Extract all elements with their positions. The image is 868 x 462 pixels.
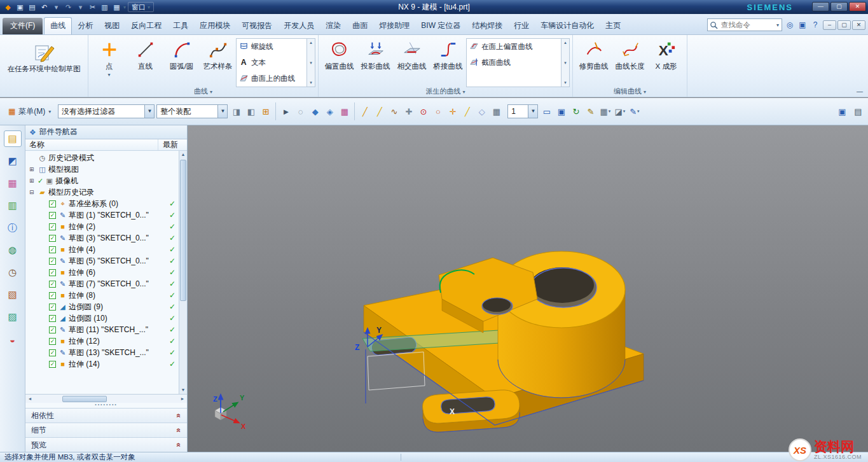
copy-icon[interactable]: ▥ <box>99 2 110 13</box>
hd3d-tools-icon[interactable]: ⓘ <box>4 220 22 236</box>
tree-row-1[interactable]: ⊞◫模型视图 <box>25 164 187 175</box>
combo-arrow-icon[interactable]: ▼ <box>217 105 227 118</box>
result-toggle-icon[interactable]: ◧ <box>244 105 258 118</box>
gallery-arrow-icon[interactable]: ▾ <box>310 60 312 66</box>
ribbon-section-curve-item[interactable]: 截面曲线 <box>467 55 561 71</box>
create-point-icon[interactable]: ⊞ <box>259 105 272 118</box>
selection-scope-combo[interactable]: 整个装配 ▼ <box>156 104 228 118</box>
undo-icon[interactable]: ↶ <box>39 2 50 13</box>
group-label-curve[interactable]: 曲线▾ <box>88 87 318 96</box>
tree-expand-icon[interactable]: ⊞ <box>29 178 38 184</box>
snap-quadrant-icon[interactable]: ○ <box>431 105 444 118</box>
chevron-down-icon[interactable]: ▾ <box>107 72 110 78</box>
window-stack-icon[interactable]: ▣ <box>836 105 849 118</box>
snap-facet-icon[interactable]: ◈ <box>323 105 336 118</box>
selection-filter-combo[interactable]: 没有选择过滤器 ▼ <box>58 104 155 118</box>
ribbon-project-curve-button[interactable]: 投影曲线 <box>357 37 394 71</box>
menu-tab-15[interactable]: 车辆设计自动化 <box>535 18 600 34</box>
calculator-icon[interactable]: ▤ <box>851 105 865 118</box>
feature-checkbox[interactable]: ✓ <box>49 326 56 333</box>
zoom-command-icon[interactable]: ◎ <box>784 19 796 31</box>
menu-tab-0[interactable]: 文件(F) <box>3 18 43 34</box>
ribbon-intersect-curve-button[interactable]: 相交曲线 <box>394 37 430 71</box>
restore-button[interactable]: ▢ <box>830 2 848 11</box>
tree-row-17[interactable]: ✓✎草图 (13) "SKETCH_..."✓ <box>25 347 187 358</box>
scroll-up-icon[interactable]: ▲ <box>179 151 187 158</box>
snap-arc-center-icon[interactable]: ⊙ <box>417 105 430 118</box>
tree-row-10[interactable]: ✓■拉伸 (6)✓ <box>25 267 187 278</box>
roles-icon[interactable]: ◒ <box>4 331 22 347</box>
tree-expand-icon[interactable]: ⊟ <box>29 189 38 195</box>
scrollbar-thumb[interactable] <box>180 160 186 301</box>
navigator-column-headers[interactable]: 名称 最新 <box>25 139 187 151</box>
pointer-select-icon[interactable]: ► <box>279 105 293 118</box>
feature-checkbox[interactable]: ✓ <box>49 223 56 230</box>
menu-tab-8[interactable]: 开发人员 <box>278 18 320 34</box>
window-menu-button[interactable]: 窗口 ▾ <box>128 2 154 12</box>
redo-list-arrow-icon[interactable]: ▾ <box>75 2 86 13</box>
snap-point-on-face-icon[interactable]: ◇ <box>475 105 488 118</box>
tree-row-5[interactable]: ✓✎草图 (1) "SKETCH_0..."✓ <box>25 209 187 221</box>
feature-checkbox[interactable]: ✓ <box>49 349 56 356</box>
menu-tab-1[interactable]: 曲线 <box>44 17 72 34</box>
menu-tab-3[interactable]: 视图 <box>99 18 125 34</box>
combo-arrow-icon[interactable]: ▼ <box>144 105 154 118</box>
menu-tab-10[interactable]: 曲面 <box>347 18 373 34</box>
work-layer-combo[interactable]: 1 ▼ <box>507 104 538 118</box>
history-icon[interactable]: ◷ <box>4 264 22 281</box>
mdi-restore-button[interactable]: ▢ <box>837 20 851 30</box>
feature-checkbox[interactable]: ✓ <box>49 258 56 265</box>
snap-endpoint-icon[interactable]: ╱ <box>358 105 371 118</box>
snap-spline-pole-icon[interactable]: ∿ <box>387 105 401 118</box>
collapse-chevron-icon[interactable]: « <box>175 443 184 447</box>
chevron-down-icon[interactable]: ▾ <box>623 109 626 114</box>
ribbon-offset-in-face-item[interactable]: 在面上偏置曲线 <box>467 39 561 55</box>
zoom-window-icon[interactable]: ▭ <box>540 105 553 118</box>
cut-icon[interactable]: ✂ <box>87 2 98 13</box>
feature-checkbox[interactable]: ✓ <box>49 269 56 276</box>
snap-midpoint-icon[interactable]: ╱ <box>373 105 386 118</box>
preview-toggle-icon[interactable]: ◨ <box>230 105 243 118</box>
lasso-select-icon[interactable]: ◌ <box>294 105 307 118</box>
ribbon-minimize-button[interactable]: — <box>857 88 863 95</box>
tree-row-2[interactable]: ⊞✓▣摄像机 <box>25 175 187 186</box>
ribbon-line-button[interactable]: 直线 <box>127 37 163 71</box>
annotate-icon[interactable]: ✎ <box>584 105 597 118</box>
close-button[interactable]: ✕ <box>849 2 866 11</box>
gallery-arrow-icon[interactable]: ▴ <box>564 40 567 45</box>
feature-checkbox[interactable]: ✓ <box>49 304 56 311</box>
tree-row-0[interactable]: ◷历史记录模式 <box>25 152 187 164</box>
print-icon[interactable]: ▤ <box>27 2 38 13</box>
chevron-down-icon[interactable]: ▾ <box>609 109 611 114</box>
snap-solid-icon[interactable]: ◆ <box>308 105 322 118</box>
part-navigator-icon[interactable]: ▦ <box>4 175 22 192</box>
tree-row-4[interactable]: ✓⌖基准坐标系 (0)✓ <box>25 198 187 209</box>
section-0[interactable]: 相依性« <box>25 408 187 423</box>
paste-icon[interactable]: ▦ <box>111 2 122 13</box>
menu-tab-7[interactable]: 可视报告 <box>236 18 278 34</box>
mdi-close-button[interactable]: ✕ <box>852 20 865 30</box>
combo-arrow-icon[interactable]: ▼ <box>528 105 537 118</box>
menu-tab-12[interactable]: BIW 定位器 <box>415 18 466 34</box>
fit-window-icon[interactable]: ▣ <box>555 105 568 118</box>
model-bottom-tab[interactable] <box>423 390 520 432</box>
assembly-navigator-icon[interactable]: ▤ <box>4 130 22 147</box>
ribbon-helix-item[interactable]: 螺旋线 <box>237 39 307 55</box>
save-icon[interactable]: ▣ <box>15 2 25 13</box>
ribbon-x-form-button[interactable]: XX 成形 <box>648 37 684 71</box>
ribbon-point-button[interactable]: 点▾ <box>91 37 127 78</box>
column-latest[interactable]: 最新 <box>158 139 187 150</box>
section-edit-icon[interactable]: ✎▾ <box>628 105 641 118</box>
menu-tab-13[interactable]: 结构焊接 <box>466 18 508 34</box>
ribbon-offset-curve-button[interactable]: 偏置曲线 <box>321 37 357 71</box>
snap-grid-icon[interactable]: ▦ <box>490 105 503 118</box>
menu-tab-9[interactable]: 渲染 <box>320 18 347 34</box>
tree-expand-icon[interactable]: ⊞ <box>29 166 38 172</box>
graphics-window[interactable]: Z Y X Z X Y <box>188 125 868 452</box>
undo-list-arrow-icon[interactable]: ▾ <box>51 2 62 13</box>
command-search-box[interactable]: ▾ <box>707 18 782 31</box>
nx-app-icon[interactable]: ◆ <box>3 2 13 13</box>
panel-splitter[interactable]: •••••••• <box>25 403 187 408</box>
feature-checkbox[interactable]: ✓ <box>49 212 56 219</box>
model-canvas[interactable]: Z Y X Z X Y <box>188 125 868 452</box>
